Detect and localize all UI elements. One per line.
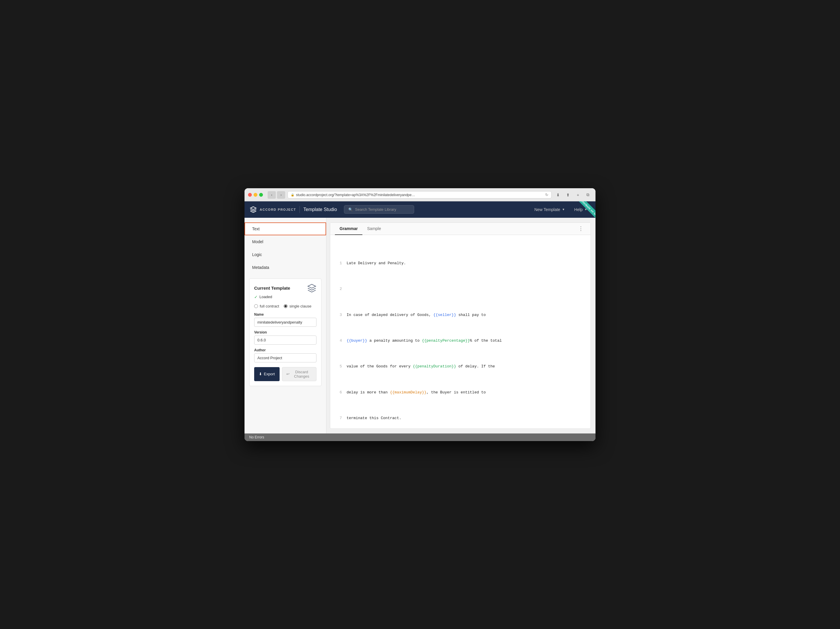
line-content-7: terminate this Contract. [347, 415, 584, 421]
download-icon[interactable]: ⬇ [554, 191, 562, 199]
var-buyer: {{buyer}} [347, 339, 367, 343]
url-text: studio.accordproject.org/?template=ap%3A… [296, 193, 543, 197]
code-line-4: 4 {{buyer}} a penalty amounting to {{pen… [337, 337, 584, 344]
line-number-7: 7 [337, 415, 342, 421]
contribute-ribbon[interactable]: Contribute on GitHub [566, 202, 595, 218]
author-field-label: Author [254, 348, 316, 352]
close-button[interactable] [248, 193, 252, 197]
status-message: No Errors [249, 435, 264, 439]
code-editor[interactable]: 1 Late Delivery and Penalty. 2 3 In case… [337, 241, 584, 429]
minimize-button[interactable] [254, 193, 257, 197]
search-bar[interactable]: 🔍 [344, 205, 414, 214]
line-content-2 [347, 286, 584, 292]
undo-icon: ↩ [286, 372, 289, 376]
status-label: Loaded [259, 295, 272, 299]
contribute-label: Contribute on GitHub [575, 202, 595, 218]
back-button[interactable]: ‹ [268, 191, 276, 199]
editor-tabs: Grammar Sample ⋮ [330, 223, 591, 235]
single-clause-option[interactable]: single clause [284, 304, 311, 308]
status-bar: No Errors [245, 434, 595, 441]
name-input[interactable] [254, 318, 316, 327]
export-label: Export [264, 372, 275, 376]
var-seller: {{seller}} [433, 313, 456, 317]
sidebar-navigation: Text Model Logic Metadata [245, 222, 326, 274]
line-content-6: delay is more than {{maximumDelay}}, the… [347, 389, 584, 396]
code-line-6: 6 delay is more than {{maximumDelay}}, t… [337, 389, 584, 396]
main-content: Text Model Logic Metadata Current Templa… [245, 218, 595, 434]
lock-icon: 🔒 [291, 193, 294, 196]
browser-action-buttons: ⬇ ⬆ + ⧉ [554, 191, 592, 199]
sidebar: Text Model Logic Metadata Current Templa… [245, 218, 327, 434]
search-input[interactable] [355, 207, 410, 211]
code-line-5: 5 value of the Goods for every {{penalty… [337, 363, 584, 370]
var-maximum-delay: {{maximumDelay}} [390, 390, 426, 394]
current-template-card: Current Template ✓ Loaded [249, 279, 321, 386]
full-contract-label: full contract [260, 304, 279, 308]
template-status: ✓ Loaded [254, 295, 316, 299]
sidebar-item-metadata-label: Metadata [252, 265, 269, 270]
check-icon: ✓ [254, 295, 258, 299]
new-template-label: New Template [534, 207, 560, 212]
line-number-2: 2 [337, 286, 342, 292]
line-number-6: 6 [337, 389, 342, 396]
single-clause-label: single clause [289, 304, 311, 308]
chevron-down-icon: ▼ [562, 208, 565, 211]
refresh-icon[interactable]: ↻ [545, 192, 548, 197]
address-bar[interactable]: 🔒 studio.accordproject.org/?template=ap%… [287, 191, 552, 199]
name-field-group: Name [254, 312, 316, 327]
line-content-4: {{buyer}} a penalty amounting to {{penal… [347, 337, 584, 344]
author-input[interactable] [254, 353, 316, 363]
var-penalty-duration: {{penaltyDuration}} [413, 364, 456, 369]
browser-controls: ‹ › [268, 191, 285, 199]
tab-overview-icon[interactable]: ⧉ [584, 191, 592, 199]
sidebar-item-model[interactable]: Model [245, 235, 326, 248]
code-line-2: 2 [337, 286, 584, 292]
search-icon: 🔍 [348, 208, 353, 211]
sidebar-item-text[interactable]: Text [245, 222, 326, 235]
tab-sample[interactable]: Sample [362, 223, 385, 235]
version-field-group: Version [254, 330, 316, 345]
add-tab-icon[interactable]: + [574, 191, 582, 199]
tab-grammar[interactable]: Grammar [335, 223, 362, 235]
line-number-5: 5 [337, 363, 342, 370]
maximize-button[interactable] [259, 193, 263, 197]
sidebar-item-metadata[interactable]: Metadata [245, 261, 326, 274]
grammar-tab-label: Grammar [339, 226, 358, 231]
editor-area: Grammar Sample ⋮ 1 Late Delivery and Pen… [330, 222, 591, 429]
card-title: Current Template [254, 285, 290, 290]
var-penalty-percentage: {{penaltyPercentage}} [422, 339, 470, 343]
share-icon[interactable]: ⬆ [564, 191, 572, 199]
editor-body[interactable]: 1 Late Delivery and Penalty. 2 3 In case… [330, 235, 591, 429]
full-contract-radio[interactable] [254, 304, 258, 308]
code-line-7: 7 terminate this Contract. [337, 415, 584, 421]
single-clause-radio[interactable] [284, 304, 287, 308]
line-number-3: 3 [337, 312, 342, 318]
browser-chrome: ‹ › 🔒 studio.accordproject.org/?template… [245, 188, 595, 202]
brand-link[interactable]: ACCORD PROJECT [249, 205, 296, 214]
card-buttons: ⬇ Export ↩ Discard Changes [254, 367, 316, 381]
traffic-lights [248, 193, 263, 197]
export-button[interactable]: ⬇ Export [254, 367, 279, 381]
card-header: Current Template [254, 284, 316, 293]
accord-project-logo [307, 284, 316, 293]
version-field-label: Version [254, 330, 316, 334]
line-content-3: In case of delayed delivery of Goods, {{… [347, 312, 584, 318]
discard-changes-button[interactable]: ↩ Discard Changes [282, 367, 316, 381]
editor-menu-button[interactable]: ⋮ [576, 224, 586, 233]
browser-window: ‹ › 🔒 studio.accordproject.org/?template… [245, 188, 595, 441]
version-input[interactable] [254, 336, 316, 345]
navbar: ACCORD PROJECT Template Studio 🔍 New Tem… [245, 202, 595, 218]
sidebar-item-logic-label: Logic [252, 252, 262, 257]
forward-button[interactable]: › [277, 191, 285, 199]
new-template-button[interactable]: New Template ▼ [531, 205, 568, 214]
name-field-label: Name [254, 312, 316, 317]
full-contract-option[interactable]: full contract [254, 304, 279, 308]
brand-icon [249, 205, 257, 214]
brand-name-label: ACCORD PROJECT [260, 208, 296, 211]
sidebar-item-logic[interactable]: Logic [245, 248, 326, 261]
code-line-3: 3 In case of delayed delivery of Goods, … [337, 312, 584, 318]
sample-tab-label: Sample [367, 226, 381, 231]
discard-label: Discard Changes [291, 370, 312, 378]
line-number-4: 4 [337, 337, 342, 344]
app-title: Template Studio [303, 207, 337, 212]
